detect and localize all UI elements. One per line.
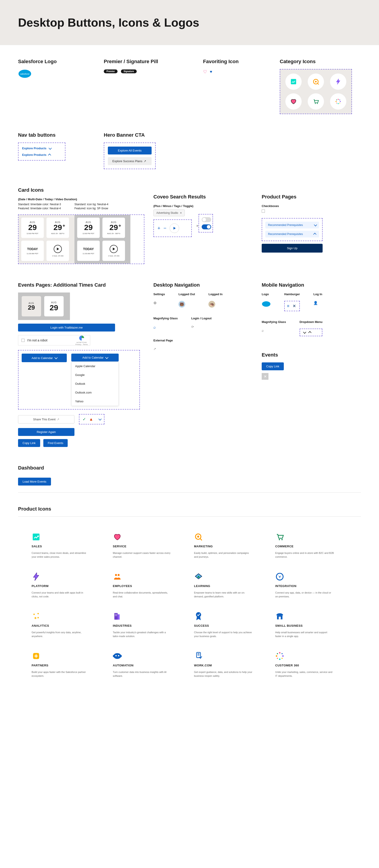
- signup-button[interactable]: Sign Up: [262, 244, 323, 253]
- chevron-down-icon[interactable]: [303, 331, 306, 334]
- warning-icon: ▲: [89, 417, 93, 422]
- search-tag[interactable]: Advertising Studio×: [153, 210, 185, 216]
- checkbox[interactable]: [262, 210, 265, 213]
- svg-point-45: [276, 655, 277, 657]
- svg-point-37: [115, 655, 117, 656]
- gear-icon[interactable]: ⚙: [153, 301, 165, 305]
- login-trailblazer-button[interactable]: Login with Trailblazer.me: [18, 323, 115, 332]
- share-event-button[interactable]: Share This Event ↗: [18, 415, 75, 424]
- svg-point-19: [197, 536, 199, 538]
- heart-outline-icon[interactable]: ♡: [203, 69, 207, 74]
- recaptcha-logo: reCAPTCHAPrivacy - Terms: [75, 335, 88, 345]
- cal-outlookcom[interactable]: Outlook.com: [71, 388, 118, 397]
- copy-link-button[interactable]: Copy Link: [262, 363, 284, 370]
- hamburger-label: Hamburger: [284, 292, 300, 296]
- external-link-icon: ↗: [144, 159, 146, 163]
- heart-fill-icon[interactable]: ♥: [210, 69, 212, 74]
- mobile-mag-label: Magnifying Glass: [262, 320, 286, 323]
- recaptcha[interactable]: I'm not a robot reCAPTCHAPrivacy - Terms: [18, 335, 90, 345]
- cal-outlook[interactable]: Outlook: [71, 379, 118, 388]
- svg-point-44: [279, 658, 281, 660]
- partners-icon: [32, 652, 40, 660]
- status-panel: ✓ ▲: [79, 414, 105, 425]
- section-coveo: Coveo Search Results: [153, 194, 253, 200]
- user-icon[interactable]: 👤: [313, 301, 322, 305]
- toggle-off[interactable]: [202, 217, 211, 222]
- video-card: 1 hour, 15 min: [47, 241, 69, 261]
- play-icon: [54, 245, 62, 253]
- learning-icon: [194, 572, 203, 581]
- chevron-down-icon[interactable]: [98, 417, 101, 421]
- product-analytics: ANALYTICSGet powerful insights from any …: [32, 612, 104, 638]
- chevron-up-icon: [313, 233, 317, 236]
- category-marketing-icon: [308, 73, 324, 90]
- close-icon[interactable]: ×: [180, 211, 182, 215]
- svg-point-8: [338, 99, 339, 100]
- external-link-icon[interactable]: ↗: [153, 347, 173, 351]
- logged-out-label: Logged Out: [178, 292, 195, 296]
- copy-link-button[interactable]: Copy Link: [18, 439, 40, 447]
- minus-button[interactable]: −: [164, 225, 167, 231]
- prereq-expanded[interactable]: Recommended Prerequisites: [265, 231, 319, 238]
- section-desktop-nav: Desktop Navigation: [153, 282, 253, 288]
- close-icon[interactable]: ✕: [293, 304, 296, 309]
- section-product-pages: Product Pages: [262, 194, 352, 200]
- product-platform: PLATFORMConnect your teams and data with…: [32, 572, 104, 598]
- close-icon[interactable]: ×: [196, 224, 198, 228]
- svg-rect-29: [116, 614, 117, 615]
- close-box[interactable]: ✕: [262, 373, 268, 380]
- calendar-dropdown: Apple Calendar Google Outlook Outlook.co…: [71, 362, 119, 406]
- svg-point-9: [340, 101, 341, 102]
- search-icon[interactable]: ⌕: [262, 329, 286, 333]
- explore-success-button[interactable]: Explore Success Plans ↗: [108, 157, 152, 165]
- toggle-panel: [199, 214, 213, 232]
- salesforce-logo-small: [262, 301, 271, 307]
- times-card-inactive[interactable]: AUG29: [22, 296, 41, 316]
- load-more-button[interactable]: Load More Events: [18, 478, 51, 486]
- nav-tab-collapsed[interactable]: Explore Products: [22, 147, 61, 150]
- cal-google[interactable]: Google: [71, 371, 118, 379]
- check-icon: ✓: [83, 417, 86, 422]
- ext-label: External Page: [153, 339, 173, 342]
- section-mobile-nav: Mobile Navigation: [262, 282, 352, 288]
- avatar-logged-in[interactable]: 🦔: [208, 301, 215, 308]
- product-integration: INTEGRATIONConnect any app, data, or dev…: [275, 572, 347, 598]
- share-icon: ↗: [57, 417, 59, 421]
- page-title: Desktop Buttons, Icons & Logos: [18, 16, 361, 29]
- toggle-on[interactable]: [202, 224, 211, 229]
- times-card-active[interactable]: AUG29: [44, 296, 64, 316]
- login-logout-icon[interactable]: ⟳: [191, 325, 212, 329]
- mag-label: Magnifying Glass: [153, 317, 178, 320]
- captcha-label: I'm not a robot: [27, 339, 47, 342]
- svg-point-36: [114, 653, 121, 659]
- plus-button[interactable]: +: [157, 225, 161, 231]
- find-events-button[interactable]: Find Events: [43, 439, 68, 447]
- svg-point-4: [315, 81, 317, 83]
- date-card: AUG2912:00 PM PDT: [21, 218, 44, 238]
- search-icon[interactable]: ⌕: [153, 325, 178, 330]
- add-calendar-button-open[interactable]: Add to Calendar: [71, 353, 119, 362]
- product-icons-grid: SALESConnect teams, close more deals, an…: [18, 523, 361, 687]
- avatar-logged-out[interactable]: 🐻: [178, 301, 185, 308]
- section-dashboard: Dashboard: [18, 465, 361, 471]
- nav-tab-expanded[interactable]: Explore Products: [22, 153, 61, 156]
- section-salesforce-logo: Salesforce Logo: [18, 59, 95, 64]
- register-again-button[interactable]: Register Again: [18, 428, 75, 436]
- section-category-icons: Category Icons: [280, 59, 352, 64]
- cal-apple[interactable]: Apple Calendar: [71, 362, 118, 371]
- svg-point-15: [336, 103, 337, 103]
- prereq-collapsed[interactable]: Recommended Prerequisites: [265, 222, 319, 228]
- svg-point-49: [277, 658, 278, 659]
- hamburger-icon[interactable]: ≡: [287, 304, 289, 309]
- chevron-down-icon: [54, 356, 58, 359]
- small-business-icon: [275, 612, 284, 621]
- add-calendar-button[interactable]: Add to Calendar: [22, 353, 67, 362]
- chevron-up-icon[interactable]: [308, 331, 311, 334]
- section-pill: Premier / Signature Pill: [104, 59, 194, 64]
- play-icon: [110, 245, 118, 253]
- cal-yahoo[interactable]: Yahoo: [71, 397, 118, 406]
- play-button[interactable]: [170, 223, 179, 233]
- explore-events-button[interactable]: Explore All Events: [108, 147, 152, 154]
- sales-icon: [32, 532, 40, 541]
- svg-point-42: [279, 652, 281, 654]
